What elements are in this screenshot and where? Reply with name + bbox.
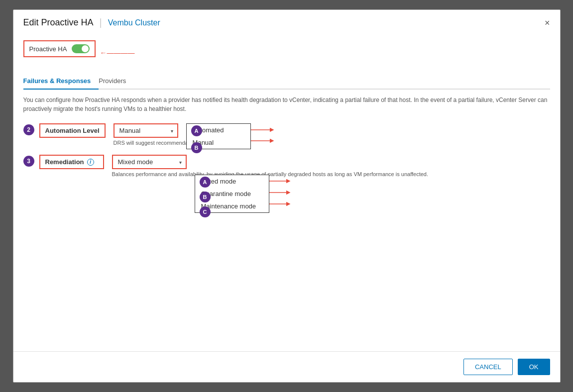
tab-failures-responses[interactable]: Failures & Responses bbox=[23, 73, 99, 90]
section-number-3: 3 bbox=[23, 156, 34, 167]
badge-a-remediation: A bbox=[200, 177, 211, 188]
dialog-subtitle: Vembu Cluster bbox=[108, 18, 160, 27]
remediation-content: Mixed mode ▾ Mixed mode Quarantine mode bbox=[112, 155, 550, 177]
badge-b-automation: B bbox=[191, 142, 202, 153]
remediation-dropdown-chevron: ▾ bbox=[179, 159, 182, 165]
remediation-label: Remediation i bbox=[39, 155, 104, 169]
dialog-title: Edit Proactive HA bbox=[23, 17, 94, 28]
cancel-button[interactable]: CANCEL bbox=[463, 359, 513, 375]
section-number-2: 2 bbox=[23, 124, 34, 135]
automation-dropdown-chevron: ▾ bbox=[171, 128, 173, 133]
ok-button[interactable]: OK bbox=[518, 359, 550, 375]
tabs-container: Failures & Responses Providers bbox=[23, 73, 550, 90]
edit-proactive-ha-dialog: Edit Proactive HA | Vembu Cluster × Proa… bbox=[13, 9, 561, 383]
badge-a-automation: A bbox=[191, 125, 202, 136]
remediation-dropdown[interactable]: Mixed mode ▾ bbox=[112, 155, 187, 169]
automation-content: Manual ▾ Automated Manual bbox=[114, 123, 550, 146]
automation-level-section: 2 Automation Level Manual ▾ Automated bbox=[23, 123, 550, 146]
proactive-ha-toggle[interactable] bbox=[72, 44, 90, 53]
proactive-ha-toggle-box: Proactive HA bbox=[23, 40, 96, 57]
toggle-arrow: ←———— bbox=[100, 49, 134, 57]
badge-c-remediation: C bbox=[200, 206, 211, 217]
dialog-separator: | bbox=[100, 17, 102, 28]
close-button[interactable]: × bbox=[545, 18, 550, 27]
dialog-body: Proactive HA ←———— Failures & Responses … bbox=[13, 33, 560, 351]
remediation-sub-text: Balances performance and availability, b… bbox=[112, 171, 550, 177]
badge-b-remediation: B bbox=[200, 192, 211, 202]
automation-level-label: Automation Level bbox=[39, 123, 106, 138]
proactive-ha-toggle-row: Proactive HA ←———— bbox=[23, 40, 550, 65]
automation-arrows bbox=[251, 123, 291, 153]
description-text: You can configure how Proactive HA respo… bbox=[23, 96, 550, 113]
proactive-ha-label: Proactive HA bbox=[29, 45, 67, 53]
tab-providers[interactable]: Providers bbox=[99, 73, 134, 90]
dialog-header: Edit Proactive HA | Vembu Cluster × bbox=[13, 10, 560, 33]
dialog-footer: CANCEL OK bbox=[13, 351, 560, 382]
automation-level-dropdown[interactable]: Manual ▾ bbox=[114, 123, 178, 138]
remediation-section: 3 Remediation i Mixed mode ▾ Mi bbox=[23, 155, 550, 177]
automation-sub-text: DRS will suggest recommendations for VMs… bbox=[114, 140, 550, 146]
remediation-arrows bbox=[269, 175, 309, 219]
remediation-info-icon[interactable]: i bbox=[87, 159, 94, 166]
